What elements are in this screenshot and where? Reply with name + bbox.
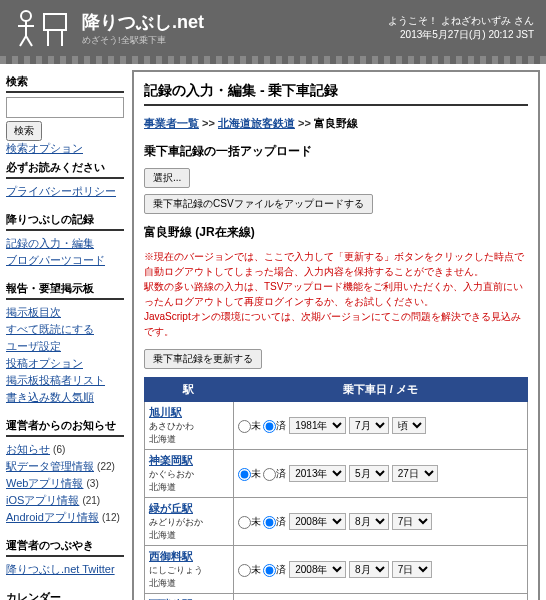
day-select[interactable]: 頃 xyxy=(392,417,426,434)
station-cell: 神楽岡駅かぐらおか北海道 xyxy=(145,450,234,498)
board-heading: 報告・要望掲示板 xyxy=(6,277,124,300)
day-select[interactable]: 7日 xyxy=(392,561,432,578)
month-select[interactable]: 8月 xyxy=(349,561,389,578)
sidebar-link[interactable]: すべて既読にする xyxy=(6,323,94,335)
table-row: 西御料駅にしごりょう北海道未 済 2008年 8月 7日 xyxy=(145,546,528,594)
status-radio-mi[interactable] xyxy=(238,468,251,481)
sidebar: 検索 検索 検索オプション 必ずお読みください プライバシーポリシー 降りつぶし… xyxy=(6,70,124,600)
status-radio-mi[interactable] xyxy=(238,564,251,577)
station-link[interactable]: 旭川駅 xyxy=(149,406,182,418)
status-radio-sumi[interactable] xyxy=(263,516,276,529)
station-link[interactable]: 西御料駅 xyxy=(149,550,193,562)
crumb-company[interactable]: 北海道旅客鉄道 xyxy=(218,117,295,129)
svg-point-0 xyxy=(21,11,31,21)
main-panel: 記録の入力・編集 - 乗下車記録 事業者一覧 >> 北海道旅客鉄道 >> 富良野… xyxy=(132,70,540,600)
upload-submit-button[interactable]: 乗下車記録のCSVファイルをアップロードする xyxy=(144,194,373,214)
station-link[interactable]: 神楽岡駅 xyxy=(149,454,193,466)
month-select[interactable]: 7月 xyxy=(349,417,389,434)
records-list: 記録の入力・編集ブログパーツコード xyxy=(6,235,124,269)
station-cell: 旭川駅あさひかわ北海道 xyxy=(145,402,234,450)
board-list: 掲示板目次すべて既読にするユーザ設定投稿オプション掲示板投稿者リスト書き込み数人… xyxy=(6,304,124,406)
year-select[interactable]: 2008年 xyxy=(289,513,346,530)
year-select[interactable]: 1981年 xyxy=(289,417,346,434)
month-select[interactable]: 8月 xyxy=(349,513,389,530)
station-cell: 西御料駅にしごりょう北海道 xyxy=(145,546,234,594)
sidebar-link[interactable]: Androidアプリ情報 xyxy=(6,511,99,523)
sidebar-link[interactable]: 投稿オプション xyxy=(6,357,83,369)
sidebar-link[interactable]: プライバシーポリシー xyxy=(6,185,116,197)
svg-line-3 xyxy=(20,36,26,46)
year-select[interactable]: 2013年 xyxy=(289,465,346,482)
th-date: 乗下車日 / メモ xyxy=(233,378,527,402)
sidebar-link[interactable]: 駅データ管理情報 xyxy=(6,460,94,472)
admin-list: お知らせ (6)駅データ管理情報 (22)Webアプリ情報 (3)iOSアプリ情… xyxy=(6,441,124,526)
tagline: めざそう!全駅乗下車 xyxy=(82,34,204,47)
warning-text: ※現在のバージョンでは、ここで入力して「更新する」ボタンをクリックした時点で自動… xyxy=(144,249,528,339)
crumb-operators[interactable]: 事業者一覧 xyxy=(144,117,199,129)
breadcrumb: 事業者一覧 >> 北海道旅客鉄道 >> 富良野線 xyxy=(144,116,528,131)
th-station: 駅 xyxy=(145,378,234,402)
station-cell: 緑が丘駅みどりがおか北海道 xyxy=(145,498,234,546)
sidebar-link[interactable]: iOSアプリ情報 xyxy=(6,494,79,506)
sidebar-link[interactable]: ブログパーツコード xyxy=(6,254,105,266)
mustread-heading: 必ずお読みください xyxy=(6,156,124,179)
table-row: 西瑞穂駅にしみずほ北海道未 済 2013年 5月 27日 xyxy=(145,594,528,601)
calendar-heading: カレンダー xyxy=(6,586,124,600)
sidebar-link[interactable]: 記録の入力・編集 xyxy=(6,237,94,249)
upload-heading: 乗下車記録の一括アップロード xyxy=(144,143,528,160)
records-table: 駅 乗下車日 / メモ 旭川駅あさひかわ北海道未 済 1981年 7月 頃神楽岡… xyxy=(144,377,528,600)
day-select[interactable]: 27日 xyxy=(392,465,438,482)
admin-heading: 運営者からのお知らせ xyxy=(6,414,124,437)
table-row: 緑が丘駅みどりがおか北海道未 済 2008年 8月 7日 xyxy=(145,498,528,546)
divider xyxy=(0,56,546,64)
status-radio-sumi[interactable] xyxy=(263,420,276,433)
station-cell: 西瑞穂駅にしみずほ北海道 xyxy=(145,594,234,601)
date-cell: 未 済 2008年 8月 7日 xyxy=(233,546,527,594)
status-radio-mi[interactable] xyxy=(238,516,251,529)
welcome-text: ようこそ！ よねざわいずみ さん xyxy=(388,14,534,28)
records-heading: 降りつぶしの記録 xyxy=(6,208,124,231)
search-options-link[interactable]: 検索オプション xyxy=(6,142,83,154)
station-link[interactable]: 緑が丘駅 xyxy=(149,502,193,514)
sidebar-link[interactable]: 掲示板目次 xyxy=(6,306,61,318)
site-title: 降りつぶし.net xyxy=(82,10,204,34)
table-row: 神楽岡駅かぐらおか北海道未 済 2013年 5月 27日 xyxy=(145,450,528,498)
sidebar-link[interactable]: ユーザ設定 xyxy=(6,340,61,352)
sidebar-link[interactable]: 掲示板投稿者リスト xyxy=(6,374,105,386)
date-cell: 未 済 2008年 8月 7日 xyxy=(233,498,527,546)
site-logo-icon xyxy=(12,8,72,48)
sidebar-link[interactable]: 降りつぶし.net Twitter xyxy=(6,563,115,575)
sidebar-link[interactable]: Webアプリ情報 xyxy=(6,477,83,489)
status-radio-sumi[interactable] xyxy=(263,564,276,577)
line-heading: 富良野線 (JR在来線) xyxy=(144,224,528,241)
date-cell: 未 済 1981年 7月 頃 xyxy=(233,402,527,450)
date-cell: 未 済 2013年 5月 27日 xyxy=(233,450,527,498)
search-input[interactable] xyxy=(6,97,124,118)
status-radio-mi[interactable] xyxy=(238,420,251,433)
table-row: 旭川駅あさひかわ北海道未 済 1981年 7月 頃 xyxy=(145,402,528,450)
year-select[interactable]: 2008年 xyxy=(289,561,346,578)
sidebar-link[interactable]: 書き込み数人気順 xyxy=(6,391,94,403)
mustread-list: プライバシーポリシー xyxy=(6,183,124,200)
status-radio-sumi[interactable] xyxy=(263,468,276,481)
sidebar-link[interactable]: お知らせ xyxy=(6,443,50,455)
file-choose-button[interactable]: 選択... xyxy=(144,168,190,188)
day-select[interactable]: 7日 xyxy=(392,513,432,530)
datetime-text: 2013年5月27日(月) 20:12 JST xyxy=(388,28,534,42)
svg-line-4 xyxy=(26,36,32,46)
search-button[interactable]: 検索 xyxy=(6,121,42,141)
svg-rect-5 xyxy=(44,14,66,30)
crumb-line: 富良野線 xyxy=(314,117,358,129)
header: 降りつぶし.net めざそう!全駅乗下車 ようこそ！ よねざわいずみ さん 20… xyxy=(0,0,546,56)
tweets-heading: 運営者のつぶやき xyxy=(6,534,124,557)
month-select[interactable]: 5月 xyxy=(349,465,389,482)
date-cell: 未 済 2013年 5月 27日 xyxy=(233,594,527,601)
tweets-list: 降りつぶし.net Twitter xyxy=(6,561,124,578)
update-records-button[interactable]: 乗下車記録を更新する xyxy=(144,349,262,369)
page-title: 記録の入力・編集 - 乗下車記録 xyxy=(144,82,528,106)
search-heading: 検索 xyxy=(6,70,124,93)
